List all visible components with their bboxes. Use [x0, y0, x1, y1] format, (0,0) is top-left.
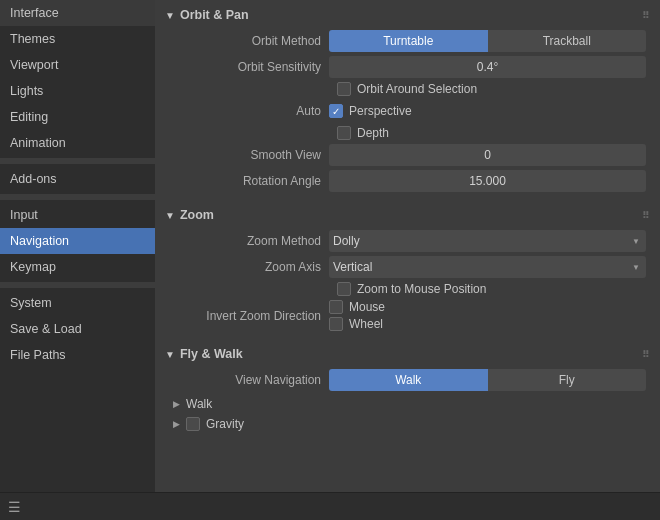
view-nav-btn-group: Walk Fly: [329, 369, 646, 391]
section-fly-walk: ▼ Fly & Walk ⠿ View Navigation Walk Fly: [161, 343, 654, 439]
sidebar-item-system[interactable]: System: [0, 290, 155, 316]
zoom-axis-select-wrapper: Vertical Horizontal: [329, 256, 646, 278]
walk-sub-label: Walk: [186, 397, 212, 411]
orbit-method-label: Orbit Method: [169, 34, 329, 48]
gravity-sub-row: ▶ Gravity: [169, 415, 646, 433]
main-layout: Interface Themes Viewport Lights Editing…: [0, 0, 660, 492]
orbit-method-control: Turntable Trackball: [329, 30, 646, 52]
sidebar-separator-3: [0, 282, 155, 288]
rotation-angle-label: Rotation Angle: [169, 174, 329, 188]
wheel-invert-checkbox[interactable]: [329, 317, 343, 331]
sidebar-item-navigation[interactable]: Navigation: [0, 228, 155, 254]
sidebar-item-keymap[interactable]: Keymap: [0, 254, 155, 280]
sidebar-item-editing[interactable]: Editing: [0, 104, 155, 130]
gravity-sub-label: Gravity: [206, 417, 244, 431]
rotation-angle-control: [329, 170, 646, 192]
section-orbit-pan-header[interactable]: ▼ Orbit & Pan ⠿: [161, 4, 654, 26]
fly-walk-drag: ⠿: [642, 349, 650, 360]
sidebar-item-lights[interactable]: Lights: [0, 78, 155, 104]
wheel-invert-label[interactable]: Wheel: [329, 317, 646, 331]
orbit-method-btn-group: Turntable Trackball: [329, 30, 646, 52]
depth-checkbox[interactable]: [337, 126, 351, 140]
zoom-to-mouse-row: Zoom to Mouse Position: [169, 282, 646, 296]
zoom-method-select-wrapper: Dolly Continue Scale: [329, 230, 646, 252]
fly-walk-title: Fly & Walk: [180, 347, 243, 361]
auto-row: Auto Perspective: [169, 100, 646, 122]
orbit-pan-drag: ⠿: [642, 10, 650, 21]
orbit-pan-title: Orbit & Pan: [180, 8, 249, 22]
orbit-sensitivity-input[interactable]: [329, 56, 646, 78]
depth-label[interactable]: Depth: [337, 126, 389, 140]
sidebar-item-animation[interactable]: Animation: [0, 130, 155, 156]
zoom-axis-label: Zoom Axis: [169, 260, 329, 274]
content-area: ▼ Orbit & Pan ⠿ Orbit Method Turntable T…: [155, 0, 660, 492]
sidebar-item-themes[interactable]: Themes: [0, 26, 155, 52]
mouse-invert-checkbox[interactable]: [329, 300, 343, 314]
zoom-drag: ⠿: [642, 210, 650, 221]
smooth-view-control: [329, 144, 646, 166]
orbit-pan-chevron: ▼: [165, 10, 175, 21]
zoom-chevron: ▼: [165, 210, 175, 221]
sidebar-item-viewport[interactable]: Viewport: [0, 52, 155, 78]
perspective-checkbox[interactable]: [329, 104, 343, 118]
orbit-sensitivity-control: [329, 56, 646, 78]
orbit-around-label[interactable]: Orbit Around Selection: [337, 82, 477, 96]
invert-zoom-row: Invert Zoom Direction Mouse Wheel: [169, 300, 646, 331]
sidebar-item-input[interactable]: Input: [0, 202, 155, 228]
walk-btn[interactable]: Walk: [329, 369, 488, 391]
orbit-around-checkbox[interactable]: [337, 82, 351, 96]
auto-control: Perspective: [329, 104, 646, 118]
zoom-to-mouse-checkbox[interactable]: [337, 282, 351, 296]
sidebar: Interface Themes Viewport Lights Editing…: [0, 0, 155, 492]
invert-zoom-control: Mouse Wheel: [329, 300, 646, 331]
sidebar-item-file-paths[interactable]: File Paths: [0, 342, 155, 368]
bottom-bar: ☰: [0, 492, 660, 520]
gravity-checkbox[interactable]: [186, 417, 200, 431]
smooth-view-row: Smooth View: [169, 144, 646, 166]
zoom-body: Zoom Method Dolly Continue Scale Zoom Ax…: [161, 226, 654, 339]
zoom-method-select[interactable]: Dolly Continue Scale: [329, 230, 646, 252]
depth-row: Depth: [169, 126, 646, 140]
fly-btn[interactable]: Fly: [488, 369, 647, 391]
zoom-axis-row: Zoom Axis Vertical Horizontal: [169, 256, 646, 278]
gravity-sub-chevron: ▶: [173, 419, 180, 429]
section-zoom-header[interactable]: ▼ Zoom ⠿: [161, 204, 654, 226]
orbit-turntable-btn[interactable]: Turntable: [329, 30, 488, 52]
zoom-method-row: Zoom Method Dolly Continue Scale: [169, 230, 646, 252]
orbit-pan-body: Orbit Method Turntable Trackball Orbit S…: [161, 26, 654, 200]
rotation-angle-input[interactable]: [329, 170, 646, 192]
section-fly-walk-header[interactable]: ▼ Fly & Walk ⠿: [161, 343, 654, 365]
rotation-angle-row: Rotation Angle: [169, 170, 646, 192]
sidebar-item-add-ons[interactable]: Add-ons: [0, 166, 155, 192]
zoom-axis-select[interactable]: Vertical Horizontal: [329, 256, 646, 278]
view-nav-label: View Navigation: [169, 373, 329, 387]
walk-sub-row: ▶ Walk: [169, 395, 646, 413]
smooth-view-input[interactable]: [329, 144, 646, 166]
zoom-method-label: Zoom Method: [169, 234, 329, 248]
orbit-around-row: Orbit Around Selection: [169, 82, 646, 96]
orbit-sensitivity-label: Orbit Sensitivity: [169, 60, 329, 74]
zoom-to-mouse-label[interactable]: Zoom to Mouse Position: [337, 282, 486, 296]
invert-zoom-label: Invert Zoom Direction: [169, 309, 329, 323]
orbit-trackball-btn[interactable]: Trackball: [488, 30, 647, 52]
section-orbit-pan: ▼ Orbit & Pan ⠿ Orbit Method Turntable T…: [161, 4, 654, 200]
fly-walk-chevron: ▼: [165, 349, 175, 360]
sidebar-item-interface[interactable]: Interface: [0, 0, 155, 26]
orbit-sensitivity-row: Orbit Sensitivity: [169, 56, 646, 78]
auto-label: Auto: [169, 104, 329, 118]
view-nav-control: Walk Fly: [329, 369, 646, 391]
sidebar-separator-1: [0, 158, 155, 164]
sidebar-item-save-load[interactable]: Save & Load: [0, 316, 155, 342]
fly-walk-body: View Navigation Walk Fly ▶ Walk ▶: [161, 365, 654, 439]
walk-sub-chevron: ▶: [173, 399, 180, 409]
view-nav-row: View Navigation Walk Fly: [169, 369, 646, 391]
zoom-title: Zoom: [180, 208, 214, 222]
sidebar-separator-2: [0, 194, 155, 200]
perspective-label[interactable]: Perspective: [329, 104, 646, 118]
orbit-method-row: Orbit Method Turntable Trackball: [169, 30, 646, 52]
mouse-invert-label[interactable]: Mouse: [329, 300, 646, 314]
section-zoom: ▼ Zoom ⠿ Zoom Method Dolly Continue Scal…: [161, 204, 654, 339]
smooth-view-label: Smooth View: [169, 148, 329, 162]
hamburger-icon[interactable]: ☰: [8, 499, 21, 515]
